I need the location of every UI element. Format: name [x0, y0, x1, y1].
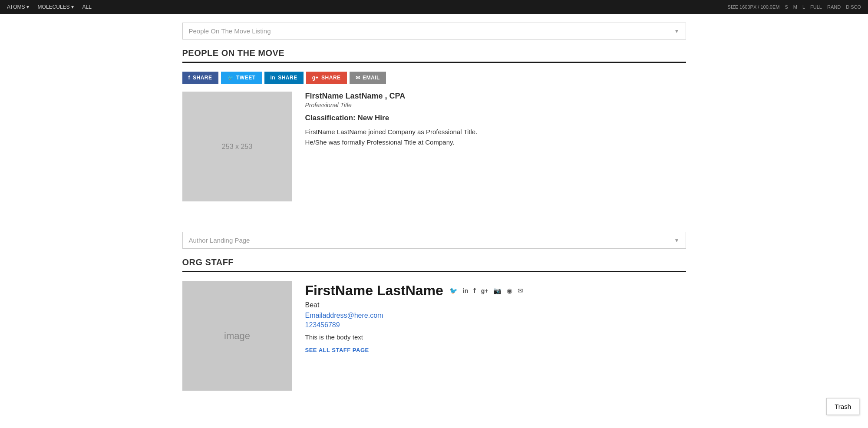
section1-header-bar[interactable]: People On The Move Listing ▼: [182, 23, 686, 40]
nav-right: SIZE 1600PX / 100.0EM S M L FULL RAND DI…: [728, 4, 861, 10]
staff-name-row: FirstName LastName 🐦 in f g+ 📷 ◉ ✉: [305, 283, 686, 299]
size-m[interactable]: M: [793, 4, 797, 10]
section2-chevron-icon: ▼: [674, 237, 680, 244]
social-icons-group: 🐦 in f g+ 📷 ◉ ✉: [449, 287, 524, 295]
size-info: SIZE 1600PX / 100.0EM: [728, 4, 780, 10]
linkedin-share-label: SHARE: [278, 75, 297, 81]
section2-header-bar[interactable]: Author Landing Page ▼: [182, 232, 686, 249]
nav-all[interactable]: ALL: [83, 4, 92, 10]
staff-phone[interactable]: 123456789: [305, 321, 686, 329]
trash-button[interactable]: Trash: [826, 398, 859, 412]
main-content: People On The Move Listing ▼ PEOPLE ON T…: [174, 14, 695, 412]
atoms-label: ATOMS: [7, 4, 25, 10]
org-staff-card: image FirstName LastName 🐦 in f g+ 📷 ◉ ✉…: [182, 281, 686, 391]
atoms-arrow: ▾: [26, 4, 29, 10]
section2-title: ORG STAFF: [182, 257, 686, 272]
linkedin-social-icon[interactable]: in: [463, 287, 468, 294]
googleplus-social-icon[interactable]: g+: [481, 287, 488, 294]
googleplus-share-label: SHARE: [321, 75, 341, 81]
email-social-icon[interactable]: ✉: [518, 287, 523, 295]
org-staff-section: ORG STAFF image FirstName LastName 🐦 in …: [182, 257, 686, 391]
nav-molecules[interactable]: MOLECULES ▾: [38, 4, 74, 10]
twitter-social-icon[interactable]: 🐦: [449, 287, 458, 295]
staff-info: FirstName LastName 🐦 in f g+ 📷 ◉ ✉ Beat …: [305, 281, 686, 391]
linkedin-share-button[interactable]: in SHARE: [264, 72, 304, 84]
facebook-social-icon[interactable]: f: [473, 287, 475, 295]
twitter-icon: 🐦: [227, 75, 234, 81]
rss-social-icon[interactable]: ◉: [507, 287, 512, 295]
facebook-share-button[interactable]: f SHARE: [182, 72, 218, 84]
person-bio: FirstName LastName joined Company as Pro…: [305, 127, 686, 148]
section1-header-label: People On The Move Listing: [189, 27, 271, 35]
all-label: ALL: [83, 4, 92, 10]
facebook-share-label: SHARE: [193, 75, 212, 81]
person-name: FirstName LastName , CPA: [305, 92, 686, 101]
nav-atoms[interactable]: ATOMS ▾: [7, 4, 29, 10]
size-s[interactable]: S: [785, 4, 788, 10]
nav-left: ATOMS ▾ MOLECULES ▾ ALL: [7, 4, 92, 10]
facebook-icon: f: [188, 75, 191, 81]
size-disco[interactable]: DISCO: [846, 4, 861, 10]
person-card: 253 x 253 FirstName LastName , CPA Profe…: [182, 92, 686, 201]
person-image: 253 x 253: [182, 92, 292, 201]
staff-image: image: [182, 281, 292, 391]
email-share-label: EMAIL: [363, 75, 380, 81]
twitter-share-label: TWEET: [236, 75, 256, 81]
section1-title: PEOPLE ON THE MOVE: [182, 48, 686, 63]
size-full[interactable]: FULL: [810, 4, 822, 10]
see-all-staff-link[interactable]: SEE ALL STAFF PAGE: [305, 347, 369, 353]
staff-name: FirstName LastName: [305, 283, 443, 299]
googleplus-share-button[interactable]: g+ SHARE: [306, 72, 347, 84]
staff-body-text: This is the body text: [305, 333, 686, 341]
twitter-share-button[interactable]: 🐦 TWEET: [221, 72, 262, 84]
people-on-the-move-section: PEOPLE ON THE MOVE f SHARE 🐦 TWEET in SH…: [182, 48, 686, 201]
share-buttons-group: f SHARE 🐦 TWEET in SHARE g+ SHARE ✉ EMAI…: [182, 72, 686, 84]
molecules-arrow: ▾: [71, 4, 74, 10]
molecules-label: MOLECULES: [38, 4, 70, 10]
email-share-button[interactable]: ✉ EMAIL: [350, 72, 386, 84]
size-rand[interactable]: RAND: [827, 4, 841, 10]
size-l[interactable]: L: [802, 4, 805, 10]
person-professional-title: Professional Title: [305, 102, 686, 109]
section2-header-label: Author Landing Page: [189, 237, 250, 244]
staff-email[interactable]: Emailaddress@here.com: [305, 312, 686, 319]
instagram-social-icon[interactable]: 📷: [493, 287, 502, 295]
section-gap: [182, 214, 686, 232]
person-classification: Classification: New Hire: [305, 114, 686, 122]
staff-beat: Beat: [305, 301, 686, 309]
email-icon: ✉: [356, 75, 360, 81]
googleplus-icon: g+: [312, 75, 319, 81]
linkedin-icon: in: [271, 75, 276, 81]
section1-chevron-icon: ▼: [674, 28, 680, 34]
person-info: FirstName LastName , CPA Professional Ti…: [305, 92, 686, 201]
top-navigation: ATOMS ▾ MOLECULES ▾ ALL SIZE 1600PX / 10…: [0, 0, 868, 14]
